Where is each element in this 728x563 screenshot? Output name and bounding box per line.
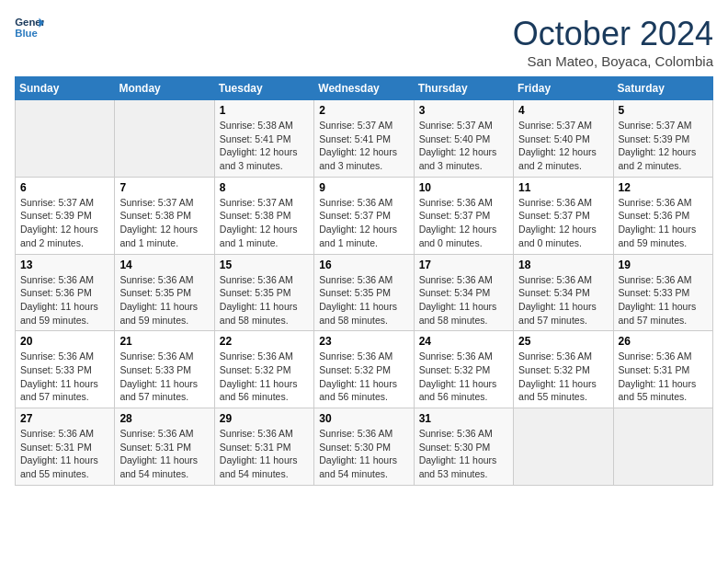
day-detail: Sunrise: 5:36 AM Sunset: 5:32 PM Dayligh… — [220, 350, 309, 404]
calendar-cell: 2Sunrise: 5:37 AM Sunset: 5:41 PM Daylig… — [314, 100, 414, 178]
location-title: San Mateo, Boyaca, Colombia — [513, 53, 713, 69]
day-number: 14 — [119, 259, 209, 271]
calendar-cell: 5Sunrise: 5:37 AM Sunset: 5:39 PM Daylig… — [613, 100, 712, 178]
day-number: 4 — [518, 104, 608, 117]
calendar-cell: 20Sunrise: 5:36 AM Sunset: 5:33 PM Dayli… — [16, 331, 115, 408]
day-number: 5 — [619, 104, 708, 117]
day-detail: Sunrise: 5:36 AM Sunset: 5:31 PM Dayligh… — [619, 350, 708, 404]
day-detail: Sunrise: 5:36 AM Sunset: 5:35 PM Dayligh… — [319, 273, 408, 327]
day-number: 27 — [20, 412, 109, 425]
day-detail: Sunrise: 5:36 AM Sunset: 5:30 PM Dayligh… — [419, 427, 508, 481]
day-detail: Sunrise: 5:37 AM Sunset: 5:40 PM Dayligh… — [419, 119, 508, 173]
day-number: 31 — [419, 412, 508, 425]
calendar-cell: 27Sunrise: 5:36 AM Sunset: 5:31 PM Dayli… — [16, 408, 115, 486]
calendar-cell: 28Sunrise: 5:36 AM Sunset: 5:31 PM Dayli… — [115, 408, 214, 486]
day-number: 2 — [319, 104, 408, 117]
day-number: 20 — [20, 335, 109, 348]
day-number: 9 — [319, 181, 408, 194]
day-number: 10 — [419, 181, 508, 194]
day-detail: Sunrise: 5:36 AM Sunset: 5:36 PM Dayligh… — [619, 196, 708, 250]
calendar-cell: 31Sunrise: 5:36 AM Sunset: 5:30 PM Dayli… — [414, 408, 513, 486]
calendar-cell — [16, 100, 115, 178]
weekday-label: Sunday — [16, 77, 115, 100]
weekday-label: Wednesday — [314, 77, 414, 100]
calendar-cell: 15Sunrise: 5:36 AM Sunset: 5:35 PM Dayli… — [214, 254, 313, 331]
title-area: October 2024 San Mateo, Boyaca, Colombia — [513, 15, 713, 69]
calendar-cell: 10Sunrise: 5:36 AM Sunset: 5:37 PM Dayli… — [414, 177, 513, 254]
day-number: 13 — [20, 259, 109, 271]
weekday-header-row: SundayMondayTuesdayWednesdayThursdayFrid… — [16, 77, 713, 100]
day-detail: Sunrise: 5:36 AM Sunset: 5:33 PM Dayligh… — [20, 350, 109, 404]
day-number: 8 — [220, 181, 309, 194]
day-number: 6 — [20, 181, 109, 194]
day-number: 1 — [220, 104, 309, 117]
calendar-cell: 1Sunrise: 5:38 AM Sunset: 5:41 PM Daylig… — [214, 100, 313, 178]
calendar-cell — [514, 408, 613, 486]
day-detail: Sunrise: 5:36 AM Sunset: 5:37 PM Dayligh… — [319, 196, 408, 250]
day-number: 29 — [220, 412, 309, 425]
day-number: 18 — [518, 259, 608, 271]
calendar-cell: 11Sunrise: 5:36 AM Sunset: 5:37 PM Dayli… — [514, 177, 613, 254]
calendar-cell: 30Sunrise: 5:36 AM Sunset: 5:30 PM Dayli… — [314, 408, 414, 486]
day-detail: Sunrise: 5:36 AM Sunset: 5:31 PM Dayligh… — [20, 427, 109, 481]
calendar-cell: 9Sunrise: 5:36 AM Sunset: 5:37 PM Daylig… — [314, 177, 414, 254]
calendar-cell: 18Sunrise: 5:36 AM Sunset: 5:34 PM Dayli… — [514, 254, 613, 331]
day-detail: Sunrise: 5:36 AM Sunset: 5:36 PM Dayligh… — [20, 273, 109, 327]
calendar-cell: 29Sunrise: 5:36 AM Sunset: 5:31 PM Dayli… — [214, 408, 313, 486]
calendar-cell: 26Sunrise: 5:36 AM Sunset: 5:31 PM Dayli… — [613, 331, 712, 408]
day-number: 17 — [419, 259, 508, 271]
calendar-cell: 25Sunrise: 5:36 AM Sunset: 5:32 PM Dayli… — [514, 331, 613, 408]
calendar-cell: 24Sunrise: 5:36 AM Sunset: 5:32 PM Dayli… — [414, 331, 513, 408]
day-detail: Sunrise: 5:37 AM Sunset: 5:40 PM Dayligh… — [518, 119, 608, 173]
day-number: 25 — [518, 335, 608, 348]
day-number: 19 — [619, 259, 708, 271]
day-detail: Sunrise: 5:37 AM Sunset: 5:38 PM Dayligh… — [119, 196, 209, 250]
day-detail: Sunrise: 5:36 AM Sunset: 5:33 PM Dayligh… — [119, 350, 209, 404]
weekday-label: Tuesday — [214, 77, 313, 100]
calendar-cell: 3Sunrise: 5:37 AM Sunset: 5:40 PM Daylig… — [414, 100, 513, 178]
day-number: 3 — [419, 104, 508, 117]
calendar-cell: 17Sunrise: 5:36 AM Sunset: 5:34 PM Dayli… — [414, 254, 513, 331]
calendar-cell: 14Sunrise: 5:36 AM Sunset: 5:35 PM Dayli… — [115, 254, 214, 331]
day-number: 24 — [419, 335, 508, 348]
day-detail: Sunrise: 5:38 AM Sunset: 5:41 PM Dayligh… — [220, 119, 309, 173]
month-title: October 2024 — [513, 15, 713, 53]
day-number: 22 — [220, 335, 309, 348]
calendar-body: 1Sunrise: 5:38 AM Sunset: 5:41 PM Daylig… — [16, 100, 713, 486]
calendar-cell: 19Sunrise: 5:36 AM Sunset: 5:33 PM Dayli… — [613, 254, 712, 331]
calendar-cell: 8Sunrise: 5:37 AM Sunset: 5:38 PM Daylig… — [214, 177, 313, 254]
day-detail: Sunrise: 5:36 AM Sunset: 5:33 PM Dayligh… — [619, 273, 708, 327]
day-detail: Sunrise: 5:36 AM Sunset: 5:32 PM Dayligh… — [518, 350, 608, 404]
day-number: 26 — [619, 335, 708, 348]
page-header: General Blue October 2024 San Mateo, Boy… — [15, 15, 713, 69]
day-number: 30 — [319, 412, 408, 425]
calendar-week-row: 6Sunrise: 5:37 AM Sunset: 5:39 PM Daylig… — [16, 177, 713, 254]
weekday-label: Saturday — [613, 77, 712, 100]
day-detail: Sunrise: 5:36 AM Sunset: 5:32 PM Dayligh… — [319, 350, 408, 404]
day-number: 15 — [220, 259, 309, 271]
calendar-cell: 4Sunrise: 5:37 AM Sunset: 5:40 PM Daylig… — [514, 100, 613, 178]
weekday-label: Thursday — [414, 77, 513, 100]
weekday-label: Monday — [115, 77, 214, 100]
day-detail: Sunrise: 5:36 AM Sunset: 5:37 PM Dayligh… — [518, 196, 608, 250]
day-number: 16 — [319, 259, 408, 271]
day-detail: Sunrise: 5:36 AM Sunset: 5:35 PM Dayligh… — [220, 273, 309, 327]
calendar-cell: 23Sunrise: 5:36 AM Sunset: 5:32 PM Dayli… — [314, 331, 414, 408]
day-detail: Sunrise: 5:36 AM Sunset: 5:30 PM Dayligh… — [319, 427, 408, 481]
day-detail: Sunrise: 5:36 AM Sunset: 5:32 PM Dayligh… — [419, 350, 508, 404]
day-detail: Sunrise: 5:36 AM Sunset: 5:35 PM Dayligh… — [119, 273, 209, 327]
calendar-cell: 7Sunrise: 5:37 AM Sunset: 5:38 PM Daylig… — [115, 177, 214, 254]
day-number: 28 — [119, 412, 209, 425]
day-detail: Sunrise: 5:37 AM Sunset: 5:39 PM Dayligh… — [20, 196, 109, 250]
weekday-label: Friday — [514, 77, 613, 100]
day-detail: Sunrise: 5:36 AM Sunset: 5:31 PM Dayligh… — [220, 427, 309, 481]
calendar-cell — [115, 100, 214, 178]
calendar-cell: 13Sunrise: 5:36 AM Sunset: 5:36 PM Dayli… — [16, 254, 115, 331]
calendar-week-row: 1Sunrise: 5:38 AM Sunset: 5:41 PM Daylig… — [16, 100, 713, 178]
calendar-cell: 16Sunrise: 5:36 AM Sunset: 5:35 PM Dayli… — [314, 254, 414, 331]
day-detail: Sunrise: 5:36 AM Sunset: 5:37 PM Dayligh… — [419, 196, 508, 250]
calendar-cell: 22Sunrise: 5:36 AM Sunset: 5:32 PM Dayli… — [214, 331, 313, 408]
day-detail: Sunrise: 5:36 AM Sunset: 5:34 PM Dayligh… — [419, 273, 508, 327]
svg-text:Blue: Blue — [15, 28, 38, 39]
calendar-week-row: 13Sunrise: 5:36 AM Sunset: 5:36 PM Dayli… — [16, 254, 713, 331]
